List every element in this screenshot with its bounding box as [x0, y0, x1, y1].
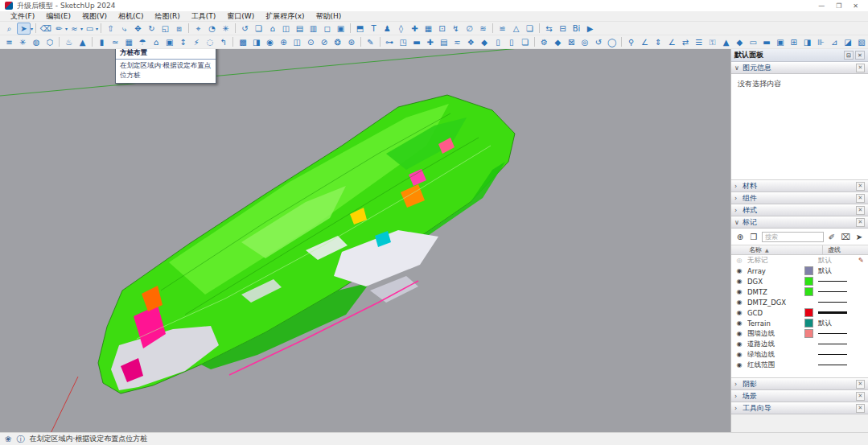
- menu-item[interactable]: 窗口(W): [221, 11, 260, 22]
- bar-tool-icon[interactable]: ▬: [761, 36, 773, 48]
- tag-dash-style[interactable]: [818, 302, 858, 303]
- tag-filter-icon[interactable]: ✐: [826, 233, 837, 241]
- scenes-close-icon[interactable]: ✕: [856, 392, 865, 401]
- visibility-eye-icon[interactable]: ◉: [731, 319, 747, 327]
- add-tag-folder-button[interactable]: ❒: [748, 233, 759, 241]
- eraser-tool-icon[interactable]: ⌫: [39, 23, 51, 35]
- visibility-eye-icon[interactable]: ◉: [731, 299, 747, 306]
- tape-measure-tool-icon[interactable]: ⌖: [192, 23, 204, 35]
- menu-item[interactable]: 相机(C): [113, 11, 149, 22]
- visibility-eye-icon[interactable]: ◉: [731, 340, 747, 348]
- 3d-viewport[interactable]: ➤ 方桩布置 在划定区域内·根据设定布置点位方桩: [0, 49, 730, 432]
- scale-tool-icon[interactable]: ◱: [159, 23, 171, 35]
- visibility-eye-icon[interactable]: ◉: [731, 351, 747, 358]
- menu-item[interactable]: 文件(F): [5, 11, 40, 22]
- zoom-tool-icon[interactable]: ⌕: [3, 23, 15, 35]
- right-view-icon[interactable]: ▥: [307, 23, 319, 35]
- sun-tool-icon[interactable]: ❂: [331, 36, 343, 48]
- section-components[interactable]: › 组件 ✕: [731, 192, 868, 204]
- close-button[interactable]: ✕: [853, 2, 858, 10]
- tag-dash-style[interactable]: 默认: [818, 319, 858, 328]
- tag-dash-style[interactable]: [818, 354, 858, 355]
- query-tool-icon[interactable]: ◎: [579, 36, 591, 48]
- tag-name[interactable]: 红线范围: [747, 361, 804, 370]
- tag-row[interactable]: ◎无标记默认✎: [731, 255, 868, 266]
- beam-tool-icon[interactable]: ▬: [411, 36, 423, 48]
- component-plugin-icon[interactable]: ⬡: [44, 36, 56, 48]
- swap-tool-icon[interactable]: ⇄: [680, 36, 692, 48]
- tag-name[interactable]: DMTZ: [747, 288, 804, 296]
- top-view-icon[interactable]: ◫: [280, 23, 292, 35]
- tag-dash-style[interactable]: [818, 344, 858, 344]
- slab-tool-icon[interactable]: ▯: [492, 36, 504, 48]
- tray-pin-button[interactable]: ⊡: [844, 51, 854, 60]
- tag-row[interactable]: ◉道路边线: [731, 339, 868, 349]
- tag-row[interactable]: ◉Array默认: [731, 266, 868, 276]
- shadows-close-icon[interactable]: ✕: [856, 380, 865, 389]
- tag-row[interactable]: ◉围墙边线: [731, 328, 868, 339]
- tag-color-swatch[interactable]: [804, 319, 813, 328]
- line-tool-icon[interactable]: ✏: [53, 23, 65, 35]
- tag-dash-style[interactable]: [818, 291, 858, 292]
- menu-item[interactable]: 帮助(H): [311, 11, 348, 22]
- follow-me-tool-icon[interactable]: ⤷: [118, 23, 130, 35]
- tag-purge-icon[interactable]: ⌧: [840, 233, 851, 241]
- tag-name[interactable]: Terrain: [747, 319, 804, 328]
- tag-name[interactable]: 无标记: [747, 256, 804, 266]
- pipe-tool-icon[interactable]: ⊙: [305, 36, 317, 48]
- dropdown-caret-icon[interactable]: ▾: [80, 26, 83, 31]
- add-point-icon[interactable]: ⊕: [278, 36, 290, 48]
- tag-dash-style[interactable]: [818, 365, 858, 365]
- angle-tool-icon[interactable]: ∠: [639, 36, 651, 48]
- tag-color-swatch[interactable]: [804, 329, 813, 338]
- split-face-icon[interactable]: ◨: [250, 36, 262, 48]
- offset-tool-icon[interactable]: ⧈: [173, 23, 185, 35]
- wall-tool-icon[interactable]: ▮: [96, 36, 108, 48]
- material-plugin-icon[interactable]: ◍: [31, 36, 43, 48]
- rotate-tool-icon[interactable]: ↻: [146, 23, 158, 35]
- new-doc-icon[interactable]: ❏: [524, 23, 536, 35]
- iso-view-icon[interactable]: ⌂: [266, 23, 278, 35]
- section-scenes[interactable]: › 场景 ✕: [731, 390, 868, 402]
- tag-dash-style[interactable]: [818, 281, 858, 282]
- explode-tool-icon[interactable]: ⚡: [191, 36, 203, 48]
- visibility-eye-icon[interactable]: ◉: [731, 330, 747, 337]
- section-shadows[interactable]: › 阴影 ✕: [731, 378, 868, 390]
- scatter-tool-icon[interactable]: ⊛: [345, 36, 357, 48]
- tag-name[interactable]: GCD: [747, 309, 804, 317]
- corner-tool-icon[interactable]: ◳: [397, 36, 409, 48]
- tag-search-input[interactable]: [762, 232, 824, 242]
- shadow-plugin-icon[interactable]: ☂: [137, 36, 149, 48]
- tile-tool-icon[interactable]: ▣: [774, 36, 786, 48]
- connect-tool-icon[interactable]: ⊶: [384, 36, 396, 48]
- grid-tool-icon[interactable]: ▦: [422, 23, 434, 35]
- front-view-icon[interactable]: ▤: [294, 23, 306, 35]
- settings-tool-icon[interactable]: ⚙: [538, 36, 550, 48]
- grid-plugin-icon[interactable]: ▦: [123, 36, 135, 48]
- dimension-tool-icon[interactable]: ◊: [395, 23, 407, 35]
- menu-item[interactable]: 编辑(E): [40, 11, 76, 22]
- tag-name[interactable]: 围墙边线: [747, 329, 804, 339]
- play-animation-icon[interactable]: ▶: [584, 23, 596, 35]
- terrain-model[interactable]: [98, 95, 515, 393]
- maximize-button[interactable]: ❐: [836, 2, 841, 10]
- tag-dash-style[interactable]: [818, 333, 858, 334]
- orbit-tool-icon[interactable]: ↺: [239, 23, 251, 35]
- left-view-icon[interactable]: ▣: [335, 23, 347, 35]
- rectangle-tool-icon[interactable]: ▭: [84, 23, 96, 35]
- match-photo-icon[interactable]: ≌: [496, 23, 508, 35]
- 3d-text-tool-icon[interactable]: ♟: [381, 23, 393, 35]
- section-styles[interactable]: › 样式 ✕: [731, 204, 868, 216]
- instructor-close-icon[interactable]: ✕: [856, 404, 865, 413]
- find-tool-icon[interactable]: ⚲: [625, 36, 637, 48]
- tag-color-swatch[interactable]: [804, 308, 813, 317]
- library-tool-icon[interactable]: ❖: [465, 36, 477, 48]
- tag-details-arrow-icon[interactable]: ➤: [854, 233, 865, 241]
- target-tool-icon[interactable]: ◉: [264, 36, 276, 48]
- back-view-icon[interactable]: ◻: [321, 23, 333, 35]
- window-tool-icon[interactable]: ⊞: [788, 36, 800, 48]
- height-tool-icon[interactable]: ⇕: [652, 36, 664, 48]
- axes-tool-icon[interactable]: ✳: [220, 23, 232, 35]
- cross-tool-icon[interactable]: ✚: [424, 36, 436, 48]
- text-tool-icon[interactable]: T: [368, 23, 380, 35]
